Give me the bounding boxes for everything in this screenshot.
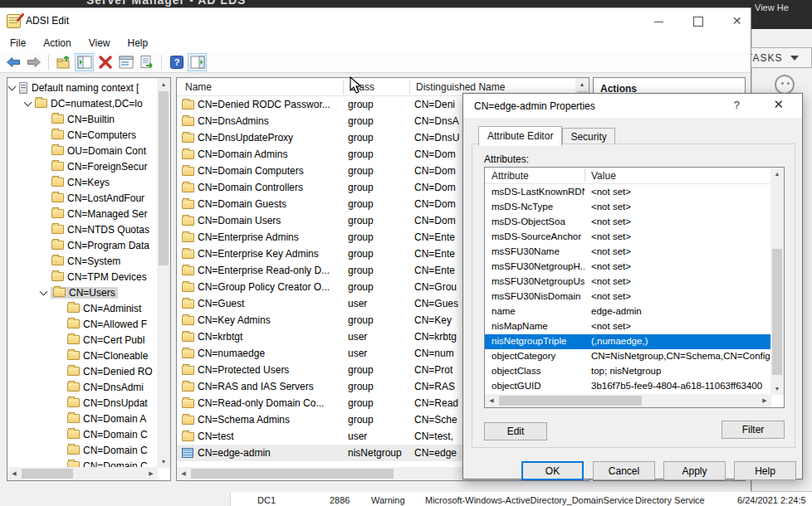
tree-item[interactable]: CN=System: [7, 253, 158, 269]
attribute-row[interactable]: msSFU30NetgroupH...<not set>: [485, 260, 771, 275]
attribute-row[interactable]: msSFU30NetgroupUs...<not set>: [485, 275, 771, 289]
tree-item[interactable]: CN=Cloneable: [7, 348, 158, 363]
tree-item[interactable]: CN=Domain A: [7, 411, 158, 426]
tree-item[interactable]: CN=Allowed F: [7, 316, 158, 332]
properties-icon[interactable]: [116, 53, 135, 71]
help-icon[interactable]: ?: [167, 53, 186, 71]
tree-item[interactable]: CN=DnsAdmi: [7, 379, 158, 395]
folder-icon: [67, 351, 80, 360]
attribute-value: <not set>: [591, 261, 771, 271]
chevron-down-icon: [790, 56, 799, 61]
attribute-value: <not set>: [591, 217, 771, 226]
dialog-help-icon[interactable]: ?: [734, 99, 740, 111]
forward-icon[interactable]: [24, 53, 43, 71]
console-tree-toggle-icon[interactable]: [75, 53, 94, 71]
attribute-row[interactable]: nameedge-admin: [485, 304, 771, 319]
attribute-row[interactable]: objectClasstop; nisNetgroup: [485, 364, 771, 379]
chevron-expanded-icon[interactable]: [8, 82, 17, 90]
attribute-row[interactable]: msDS-ObjectSoa<not set>: [485, 215, 771, 230]
back-icon[interactable]: [3, 53, 22, 71]
close-button[interactable]: ✕: [731, 16, 742, 27]
up-one-level-icon[interactable]: [54, 53, 73, 71]
attribute-row[interactable]: msDS-SourceAnchor<not set>: [485, 230, 771, 245]
tree-item[interactable]: Default naming context [: [7, 80, 158, 95]
attributes-horizontal-scrollbar[interactable]: ◀ ▶: [485, 394, 771, 407]
folder-icon: [182, 183, 194, 192]
list-row-dn: CN=Dom: [414, 198, 456, 210]
tree-item[interactable]: CN=NTDS Quotas: [7, 221, 158, 237]
tree-item[interactable]: CN=TPM Devices: [7, 269, 158, 285]
tree-item[interactable]: CN=Keys: [7, 174, 158, 190]
tree-vertical-scrollbar[interactable]: ▲ ▼: [157, 78, 170, 468]
tab-security[interactable]: Security: [562, 128, 614, 145]
cancel-button[interactable]: Cancel: [593, 461, 655, 480]
tree-item[interactable]: CN=Computers: [7, 127, 158, 143]
folder-icon: [51, 146, 64, 155]
attribute-row[interactable]: msDS-LastKnownRDN<not set>: [485, 185, 771, 200]
delete-icon[interactable]: [95, 53, 115, 71]
menu-help[interactable]: Help: [128, 37, 149, 49]
tree-item[interactable]: CN=Builtin: [7, 111, 158, 127]
dialog-title-bar[interactable]: CN=edge-admin Properties: [463, 94, 802, 118]
attribute-row[interactable]: msSFU30Name<not set>: [485, 245, 771, 260]
tree-item-label: CN=TPM Devices: [67, 271, 147, 283]
mouse-cursor: [350, 76, 363, 95]
attribute-row[interactable]: nisMapName<not set>: [485, 319, 771, 334]
menu-action[interactable]: Action: [43, 37, 71, 49]
tasks-label: TASKS: [746, 52, 782, 64]
folder-icon: [182, 299, 194, 309]
title-bar[interactable]: ADSI Edit ✕: [0, 8, 751, 33]
tree-item[interactable]: CN=ForeignSecur: [7, 158, 158, 174]
chevron-expanded-icon[interactable]: [24, 98, 32, 106]
ok-button[interactable]: OK: [521, 461, 584, 480]
tree-item[interactable]: OU=Domain Cont: [7, 143, 158, 158]
chevron-expanded-icon[interactable]: [40, 287, 48, 295]
tree-item-label: CN=Cert Publ: [83, 334, 144, 346]
attribute-row[interactable]: msSFU30NisDomain<not set>: [485, 289, 771, 304]
tree-item[interactable]: DC=numatest,DC=lo: [7, 95, 158, 111]
list-row-class: group: [348, 248, 374, 260]
tree-item[interactable]: CN=Denied RO: [7, 363, 158, 379]
list-row-class: user: [348, 348, 367, 359]
list-row-dn: CN=Ente: [414, 231, 455, 243]
list-row-class: user: [348, 431, 367, 442]
list-row-name: CN=Domain Users: [198, 215, 340, 226]
attribute-row[interactable]: nisNetgroupTriple(,numaedge,): [485, 334, 771, 349]
tree-item[interactable]: CN=Domain C: [7, 442, 158, 458]
list-row-name: CN=numaedge: [198, 348, 340, 359]
menu-file[interactable]: File: [10, 37, 26, 49]
tree-horizontal-scrollbar[interactable]: ◀ ▶: [7, 467, 158, 480]
attribute-name: nisMapName: [492, 321, 585, 331]
column-header-name[interactable]: Name: [185, 81, 212, 93]
tree-item[interactable]: CN=LostAndFour: [7, 190, 158, 206]
help-button[interactable]: Help: [734, 461, 796, 480]
attribute-row[interactable]: msDS-NcType<not set>: [485, 200, 771, 215]
tree-item[interactable]: CN=Program Data: [7, 237, 158, 253]
maximize-button[interactable]: [692, 16, 703, 27]
tree-item[interactable]: CN=Domain C: [7, 426, 158, 442]
svg-text:?: ?: [174, 57, 179, 67]
tree-item[interactable]: CN=Administ: [7, 300, 158, 316]
edit-button[interactable]: Edit: [484, 422, 547, 440]
filter-button[interactable]: Filter: [722, 421, 785, 439]
attribute-row[interactable]: objectCategoryCN=NisNetgroup,CN=Schema,C…: [485, 349, 771, 364]
action-pane-toggle-icon[interactable]: [188, 53, 207, 71]
toolbar: ?: [0, 52, 751, 73]
column-header-value[interactable]: Value: [591, 170, 616, 182]
folder-icon: [67, 398, 80, 407]
tree-item[interactable]: CN=Managed Ser: [7, 206, 158, 221]
tree-item[interactable]: CN=Cert Publ: [7, 332, 158, 348]
attributes-vertical-scrollbar[interactable]: ▲ ▼: [770, 168, 784, 395]
apply-button[interactable]: Apply: [663, 461, 726, 480]
column-header-dn[interactable]: Distinguished Name: [416, 81, 505, 93]
folder-icon: [51, 209, 64, 218]
tab-attribute-editor[interactable]: Attribute Editor: [478, 126, 562, 146]
tree-item[interactable]: CN=Users: [7, 285, 158, 300]
attribute-row[interactable]: objectGUID3b16f7b5-fee9-4804-a618-11063f…: [485, 379, 771, 394]
tree-item[interactable]: CN=DnsUpdat: [7, 395, 158, 411]
minimize-button[interactable]: [653, 16, 664, 27]
dialog-close-icon[interactable]: ✕: [773, 97, 784, 112]
export-list-icon[interactable]: [137, 53, 156, 71]
column-header-attribute[interactable]: Attribute: [492, 170, 529, 182]
menu-view[interactable]: View: [89, 37, 110, 49]
